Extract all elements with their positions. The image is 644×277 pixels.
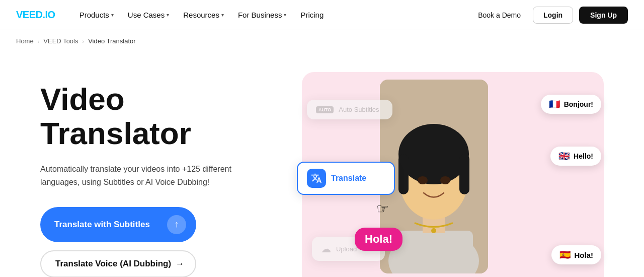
chevron-down-icon: ▾ (221, 12, 224, 18)
upload-label: Upload (336, 245, 357, 253)
nav-links: Products ▾ Use Cases ▾ Resources ▾ For B… (73, 7, 472, 23)
brand-logo[interactable]: VEED.IO (16, 9, 55, 21)
nav-item-usecases[interactable]: Use Cases ▾ (122, 7, 175, 23)
hero-title-line1: Video (40, 82, 125, 116)
cursor-hand-icon: ☞ (376, 200, 389, 217)
translate-card[interactable]: Translate (297, 162, 395, 195)
breadcrumb-sep-2: › (83, 38, 85, 44)
navbar: VEED.IO Products ▾ Use Cases ▾ Resources… (0, 0, 644, 30)
auto-subtitles-card: AUTO Auto Subtitles (307, 100, 392, 119)
svg-point-5 (398, 124, 469, 184)
svg-point-10 (431, 228, 436, 233)
translate-svg-icon (311, 173, 322, 184)
nav-label-pricing: Pricing (300, 11, 324, 19)
hero-illustration: AUTO Auto Subtitles Translate ☁ Upload ☞… (302, 72, 604, 277)
breadcrumb-tools[interactable]: VEED Tools (43, 37, 78, 45)
nav-item-forbusiness[interactable]: For Business ▾ (232, 7, 293, 23)
translate-card-label: Translate (331, 174, 366, 183)
brand-name-part1: VEED (16, 9, 42, 20)
badge-bonjour-text: Bonjour! (564, 100, 593, 108)
translate-voice-button[interactable]: Translate Voice (AI Dubbing) → (40, 250, 196, 277)
badge-hola-white-text: Hola! (575, 251, 594, 259)
breadcrumb-sep-1: › (38, 38, 40, 44)
chevron-down-icon: ▾ (284, 12, 286, 18)
cloud-upload-icon: ☁ (321, 243, 331, 255)
arrow-right-icon: → (176, 259, 184, 269)
flag-gb: 🇬🇧 (558, 151, 570, 162)
breadcrumb-home[interactable]: Home (16, 37, 34, 45)
nav-item-products[interactable]: Products ▾ (73, 7, 120, 23)
breadcrumb-current: Video Translator (88, 37, 135, 45)
main-content: Video Translator Automatically translate… (0, 52, 644, 277)
login-button[interactable]: Login (533, 7, 573, 24)
breadcrumb: Home › VEED Tools › Video Translator (0, 30, 644, 52)
signup-button[interactable]: Sign Up (579, 7, 628, 24)
badge-hello-text: Hello! (574, 152, 593, 160)
translate-icon (307, 169, 326, 188)
translate-subtitles-label: Translate with Subtitles (54, 220, 150, 230)
hero-title-line2: Translator (40, 116, 191, 151)
nav-label-resources: Resources (183, 11, 219, 19)
nav-right: Book a Demo Login Sign Up (472, 7, 628, 24)
svg-point-8 (418, 176, 428, 184)
svg-rect-7 (459, 154, 469, 194)
svg-rect-2 (395, 231, 473, 273)
nav-label-products: Products (79, 11, 109, 19)
nav-item-pricing[interactable]: Pricing (294, 7, 330, 23)
svg-rect-6 (398, 154, 409, 194)
badge-hola-pink-text: Hola! (365, 233, 392, 245)
nav-label-usecases: Use Cases (128, 11, 165, 19)
badge-hello: 🇬🇧 Hello! (550, 147, 601, 166)
chevron-down-icon: ▾ (167, 12, 169, 18)
chevron-down-icon: ▾ (111, 12, 114, 18)
flag-es: 🇪🇸 (559, 249, 571, 260)
upload-arrow-icon: ↑ (167, 215, 186, 234)
hero-description: Automatically translate your videos into… (40, 163, 231, 188)
nav-label-forbusiness: For Business (238, 11, 282, 19)
auto-subtitles-label: Auto Subtitles (339, 106, 379, 113)
translate-subtitles-button[interactable]: Translate with Subtitles ↑ (40, 207, 196, 242)
badge-hola-white: 🇪🇸 Hola! (551, 245, 602, 264)
badge-bonjour: 🇫🇷 Bonjour! (541, 95, 601, 114)
hero-title: Video Translator (40, 82, 272, 151)
auto-badge: AUTO (316, 106, 334, 113)
translate-voice-label: Translate Voice (AI Dubbing) (55, 259, 171, 269)
book-demo-button[interactable]: Book a Demo (472, 7, 527, 23)
nav-item-resources[interactable]: Resources ▾ (177, 7, 230, 23)
brand-name-part2: .IO (42, 9, 55, 20)
badge-hola-pink: Hola! (355, 228, 403, 251)
svg-point-9 (440, 176, 450, 184)
flag-fr: 🇫🇷 (549, 99, 560, 110)
hero-left: Video Translator Automatically translate… (40, 72, 272, 277)
